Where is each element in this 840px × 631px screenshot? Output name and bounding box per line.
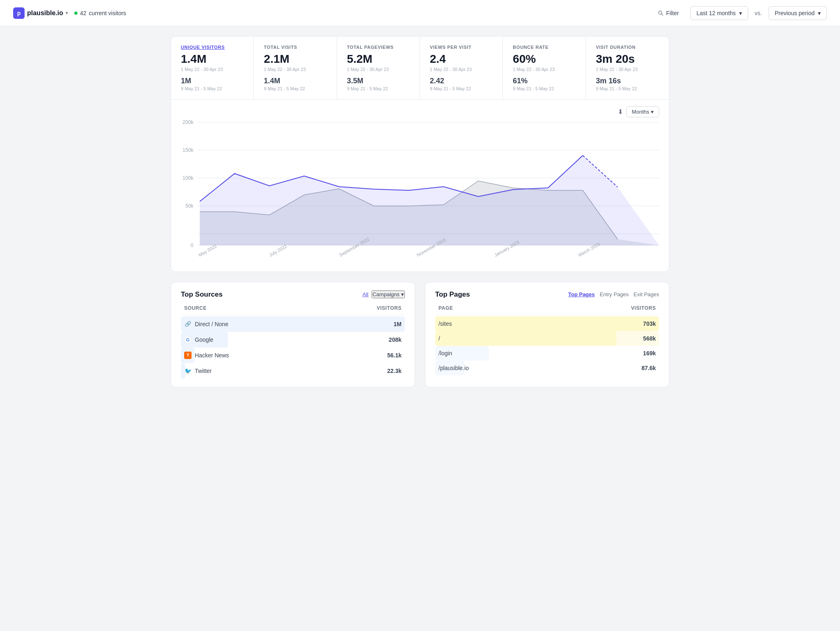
- top-pages-header: Top Pages Top Pages Entry Pages Exit Pag…: [435, 290, 659, 299]
- page-name: /plausible.io: [438, 365, 469, 371]
- page-row[interactable]: /sites 703k: [435, 316, 659, 331]
- tab-top-pages[interactable]: Top Pages: [568, 291, 595, 297]
- compare-period-dropdown[interactable]: Previous period ▾: [769, 6, 827, 20]
- top-sources-panel: Top Sources All Campaigns ▾ Source Visit…: [171, 282, 415, 387]
- chart-controls: ⬇ Months ▾: [181, 106, 659, 117]
- page-name: /: [438, 335, 440, 342]
- source-row[interactable]: Y Hacker News 56.1k: [181, 348, 405, 363]
- stat-label-total_pageviews: TOTAL PAGEVIEWS: [347, 45, 410, 50]
- stat-label-visit_duration: VISIT DURATION: [596, 45, 659, 50]
- source-name: 🐦 Twitter: [184, 367, 212, 375]
- date-range-chevron: ▾: [739, 10, 742, 16]
- bottom-grid: Top Sources All Campaigns ▾ Source Visit…: [171, 282, 669, 387]
- stat-prev-date-visit_duration: 9 May 21 - 5 May 22: [596, 86, 659, 91]
- current-visitors: 42 current visitors: [74, 10, 126, 16]
- source-visitors: 56.1k: [387, 352, 402, 359]
- stat-value-bounce_rate: 60%: [513, 53, 575, 66]
- stat-date-visit_duration: 1 May 22 - 30 Apr 23: [596, 67, 659, 72]
- page-row[interactable]: / 568k: [435, 331, 659, 346]
- svg-text:July 2022: July 2022: [268, 244, 288, 258]
- stat-prev-date-total_pageviews: 9 May 21 - 5 May 22: [347, 86, 410, 91]
- current-period-fill: [200, 155, 659, 245]
- col-page: Page: [438, 305, 453, 311]
- source-row[interactable]: 🐦 Twitter 22.3k: [181, 363, 405, 379]
- stat-prev-value-visit_duration: 3m 16s: [596, 77, 659, 85]
- stat-item-bounce_rate: BOUNCE RATE 60% 1 May 22 - 30 Apr 23 61%…: [503, 37, 586, 99]
- stat-prev-date-total_visits: 9 May 21 - 5 May 22: [264, 86, 326, 91]
- col-source: Source: [184, 305, 207, 311]
- source-visitors: 208k: [389, 336, 402, 343]
- compare-period-label: Previous period: [775, 10, 815, 16]
- filter-button[interactable]: Filter: [653, 7, 684, 19]
- source-icon: Y: [184, 352, 192, 359]
- svg-text:50k: 50k: [185, 203, 194, 209]
- page-name: /login: [438, 350, 452, 357]
- stat-label-views_per_visit: VIEWS PER VISIT: [430, 45, 493, 50]
- source-row[interactable]: G Google 208k: [181, 332, 405, 348]
- source-row[interactable]: 🔗 Direct / None 1M: [181, 316, 405, 332]
- page-visitors: 703k: [643, 320, 656, 327]
- campaigns-button[interactable]: Campaigns ▾: [372, 290, 405, 298]
- search-icon: [658, 10, 664, 16]
- stat-item-total_pageviews: TOTAL PAGEVIEWS 5.2M 1 May 22 - 30 Apr 2…: [337, 37, 420, 99]
- stat-prev-value-views_per_visit: 2.42: [430, 77, 493, 85]
- date-range-dropdown[interactable]: Last 12 months ▾: [690, 6, 748, 20]
- stat-label-unique_visitors[interactable]: UNIQUE VISITORS: [181, 45, 244, 50]
- top-pages-title: Top Pages: [435, 290, 470, 299]
- campaigns-chevron: ▾: [401, 291, 404, 297]
- stat-value-unique_visitors: 1.4M: [181, 53, 244, 66]
- compare-chevron: ▾: [818, 10, 821, 16]
- svg-line-1: [662, 14, 663, 15]
- sources-controls: All Campaigns ▾: [363, 290, 405, 298]
- pages-tabs: Top Pages Entry Pages Exit Pages: [568, 291, 659, 297]
- stats-card: UNIQUE VISITORS 1.4M 1 May 22 - 30 Apr 2…: [171, 36, 669, 272]
- all-tab[interactable]: All: [363, 291, 368, 297]
- stat-date-bounce_rate: 1 May 22 - 30 Apr 23: [513, 67, 575, 72]
- svg-text:0: 0: [191, 242, 194, 248]
- pages-table: /sites 703k / 568k /login 169k /plausibl…: [435, 316, 659, 375]
- months-dropdown[interactable]: Months ▾: [626, 106, 659, 117]
- header: p plausible.io ▾ 42 current visitors Fil…: [0, 0, 840, 26]
- visitor-label: current visitors: [89, 10, 126, 16]
- logo-text: plausible.io: [27, 9, 63, 17]
- logo-icon: p: [13, 7, 25, 19]
- logo-chevron-icon: ▾: [66, 11, 68, 15]
- logo-area[interactable]: p plausible.io ▾: [13, 7, 68, 19]
- stat-prev-value-total_visits: 1.4M: [264, 77, 326, 85]
- source-name: G Google: [184, 336, 213, 343]
- stat-prev-value-total_pageviews: 3.5M: [347, 77, 410, 85]
- tab-entry-pages[interactable]: Entry Pages: [600, 291, 629, 297]
- stat-label-bounce_rate: BOUNCE RATE: [513, 45, 575, 50]
- stat-item-visit_duration: VISIT DURATION 3m 20s 1 May 22 - 30 Apr …: [586, 37, 669, 99]
- page-visitors: 568k: [643, 335, 656, 342]
- stat-prev-date-bounce_rate: 9 May 21 - 5 May 22: [513, 86, 575, 91]
- stat-date-total_pageviews: 1 May 22 - 30 Apr 23: [347, 67, 410, 72]
- chart-area: ⬇ Months ▾ 200k 150k: [171, 100, 669, 272]
- stat-date-total_visits: 1 May 22 - 30 Apr 23: [264, 67, 326, 72]
- top-sources-title: Top Sources: [181, 290, 223, 299]
- col-visitors: Visitors: [631, 305, 656, 311]
- page-row[interactable]: /login 169k: [435, 346, 659, 361]
- source-name: 🔗 Direct / None: [184, 320, 228, 328]
- svg-text:150k: 150k: [183, 147, 194, 153]
- stat-value-visit_duration: 3m 20s: [596, 53, 659, 66]
- page-visitors: 169k: [643, 350, 656, 357]
- stat-date-unique_visitors: 1 May 22 - 30 Apr 23: [181, 67, 244, 72]
- stat-item-unique_visitors[interactable]: UNIQUE VISITORS 1.4M 1 May 22 - 30 Apr 2…: [171, 37, 254, 99]
- stat-prev-value-bounce_rate: 61%: [513, 77, 575, 85]
- chart-wrapper: 200k 150k 100k 50k 0 May 2: [181, 122, 659, 262]
- stat-value-total_pageviews: 5.2M: [347, 53, 410, 66]
- sources-table: 🔗 Direct / None 1M G Google 208k Y Hacke…: [181, 316, 405, 379]
- source-icon: G: [184, 336, 192, 343]
- main-content: UNIQUE VISITORS 1.4M 1 May 22 - 30 Apr 2…: [158, 26, 682, 397]
- months-chevron: ▾: [651, 109, 654, 115]
- stat-label-total_visits: TOTAL VISITS: [264, 45, 326, 50]
- stat-date-views_per_visit: 1 May 22 - 30 Apr 23: [430, 67, 493, 72]
- page-row[interactable]: /plausible.io 87.6k: [435, 361, 659, 375]
- online-dot: [74, 11, 78, 15]
- tab-exit-pages[interactable]: Exit Pages: [634, 291, 659, 297]
- filter-label: Filter: [666, 10, 679, 16]
- months-label: Months: [632, 109, 649, 115]
- download-icon[interactable]: ⬇: [618, 108, 623, 116]
- campaigns-label: Campaigns: [372, 291, 399, 297]
